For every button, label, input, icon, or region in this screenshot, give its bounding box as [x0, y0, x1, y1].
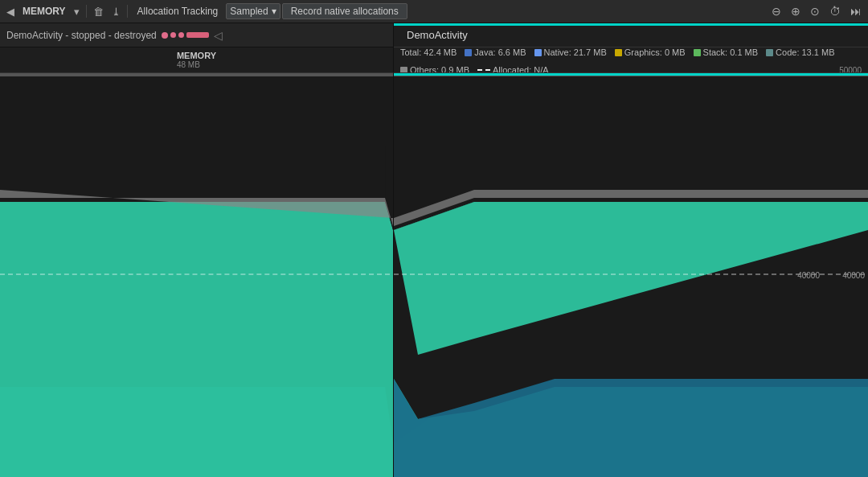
memory-mb-label: 48 MB: [177, 60, 216, 69]
sampled-dropdown[interactable]: Sampled ▾: [226, 3, 280, 19]
zoom-out-button[interactable]: ⊖: [768, 3, 784, 19]
stack-label: Stack: 0.1 MB: [703, 47, 758, 57]
stat-others: Others: 0.9 MB: [400, 65, 469, 73]
graphics-label: Graphics: 0 MB: [624, 47, 686, 57]
right-count-label: 50000: [839, 66, 862, 74]
device-left-panel: DemoActivity - stopped - destroyed ◁: [0, 23, 394, 47]
left-chart-panel[interactable]: -16: [0, 73, 394, 477]
stat-total: Total: 42.4 MB: [400, 47, 457, 57]
stats-right-panel: Total: 42.4 MB Java: 6.6 MB Native: 21.7…: [394, 47, 868, 73]
export-button[interactable]: ⤓: [108, 4, 124, 19]
allocated-label: Allocated: N/A: [493, 65, 549, 73]
dot-2: [170, 32, 176, 38]
record-native-label: Record native allocations: [291, 6, 399, 17]
skip-end-button[interactable]: ⏭: [847, 3, 865, 19]
dot-bar: [186, 32, 209, 38]
native-color-box: [534, 49, 542, 56]
stat-native: Native: 21.7 MB: [534, 47, 607, 57]
back-icon: ◀: [6, 6, 14, 18]
zoom-reset-button[interactable]: ⊙: [807, 3, 823, 19]
delete-icon: 🗑: [93, 6, 104, 18]
others-label: Others: 0.9 MB: [410, 65, 469, 73]
others-color-box: [400, 67, 407, 74]
clock-button[interactable]: ⏱: [826, 3, 844, 19]
zoom-reset-icon: ⊙: [810, 5, 820, 18]
stats-bar: MEMORY 48 MB Total: 42.4 MB Java: 6.6 MB…: [0, 47, 868, 73]
demo-activity-title: DemoActivity: [407, 29, 468, 41]
stat-graphics: Graphics: 0 MB: [615, 47, 686, 57]
memory-dropdown-button[interactable]: ▾: [71, 4, 83, 19]
record-native-button[interactable]: Record native allocations: [282, 3, 407, 19]
toolbar-right-controls: ⊖ ⊕ ⊙ ⏱ ⏭: [768, 3, 865, 19]
sampled-label: Sampled: [230, 6, 268, 17]
export-icon: ⤓: [112, 6, 121, 18]
dropdown-icon: ▾: [74, 6, 80, 18]
separator-2: [127, 5, 128, 18]
separator-1: [86, 5, 87, 18]
code-label: Code: 13.1 MB: [776, 47, 834, 57]
skip-end-icon: ⏭: [850, 5, 862, 18]
graphics-color-box: [615, 49, 622, 56]
svg-marker-3: [0, 202, 393, 477]
status-dots: [162, 32, 209, 39]
top-teal-line: [394, 73, 868, 76]
memory-big-label: MEMORY: [177, 51, 216, 60]
zoom-out-icon: ⊖: [772, 5, 781, 18]
stat-java: Java: 6.6 MB: [465, 47, 526, 57]
zoom-in-icon: ⊕: [791, 5, 800, 18]
right-chart-panel[interactable]: -16 50000 50000: [394, 73, 868, 477]
stat-code: Code: 13.1 MB: [766, 47, 834, 57]
code-color-box: [766, 49, 773, 56]
delete-button[interactable]: 🗑: [90, 4, 107, 19]
clock-icon: ⏱: [829, 5, 841, 18]
sampled-arrow-icon: ▾: [272, 6, 276, 17]
left-chart-svg: [0, 73, 393, 477]
triangle-icon: ◁: [214, 29, 223, 42]
activity-right-panel: DemoActivity: [394, 23, 868, 47]
chart-area: -16 -16: [0, 73, 868, 477]
allocated-dash: [477, 69, 490, 71]
stack-color-box: [694, 49, 701, 56]
device-bar: DemoActivity - stopped - destroyed ◁ Dem…: [0, 23, 868, 47]
main-toolbar: ◀ MEMORY ▾ 🗑 ⤓ Allocation Tracking Sampl…: [0, 0, 868, 23]
stat-allocated: Allocated: N/A: [477, 65, 549, 73]
dot-3: [178, 32, 184, 38]
dot-1: [162, 32, 168, 39]
memory-label: MEMORY: [19, 6, 69, 17]
native-label: Native: 21.7 MB: [544, 47, 607, 57]
alloc-tracking-button[interactable]: Allocation Tracking: [131, 4, 225, 19]
java-label: Java: 6.6 MB: [474, 47, 526, 57]
alloc-tracking-label: Allocation Tracking: [137, 6, 219, 17]
stat-stack: Stack: 0.1 MB: [694, 47, 758, 57]
java-color-box: [465, 49, 472, 56]
teal-highlight-bar: [394, 23, 868, 26]
zoom-in-button[interactable]: ⊕: [788, 3, 804, 19]
device-activity-name: DemoActivity - stopped - destroyed: [6, 30, 157, 41]
back-button[interactable]: ◀: [3, 4, 18, 19]
svg-rect-1: [0, 73, 393, 76]
dashed-label-right-1: 40000: [797, 271, 820, 280]
dashed-label-right-2: 40000: [842, 271, 865, 280]
total-label: Total: 42.4 MB: [400, 47, 457, 57]
stats-left-panel: MEMORY 48 MB: [0, 47, 394, 73]
